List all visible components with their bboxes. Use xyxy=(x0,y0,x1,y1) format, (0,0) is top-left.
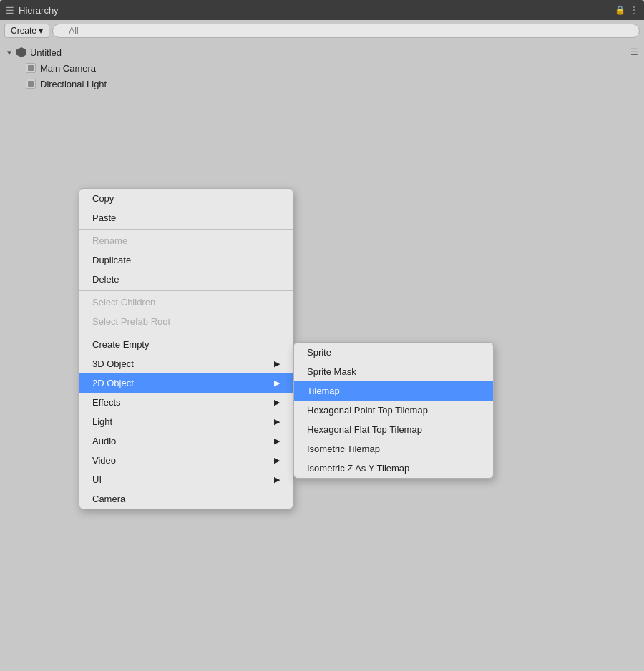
menu-item-create-empty[interactable]: Create Empty xyxy=(79,335,293,354)
submenu-arrow: ▶ xyxy=(274,475,280,484)
menu-item-rename: Rename xyxy=(79,231,293,250)
filter-icon[interactable]: ☰ xyxy=(630,47,638,57)
create-button[interactable]: Create ▾ xyxy=(4,24,49,38)
menu-separator-3 xyxy=(79,333,293,333)
submenu-arrow: ▶ xyxy=(274,378,280,388)
scene-row[interactable]: ▼ Untitled ☰ xyxy=(0,44,644,60)
object-name: Main Camera xyxy=(40,63,96,74)
panel-titlebar: ☰ Hierarchy 🔒 ⋮ xyxy=(0,0,644,20)
search-wrapper: 🔍 xyxy=(52,24,640,38)
panel-content: ▼ Untitled ☰ Main Camera Directional Lig… xyxy=(0,41,644,671)
menu-item-select-prefab-root: Select Prefab Root xyxy=(79,312,293,331)
submenu-item-isometric-z-as-y[interactable]: Isometric Z As Y Tilemap xyxy=(294,459,493,478)
lock-icon[interactable]: 🔒 xyxy=(615,5,625,15)
menu-item-ui[interactable]: UI ▶ xyxy=(79,470,293,489)
panel-right-icons: 🔒 ⋮ xyxy=(615,5,638,15)
search-input[interactable] xyxy=(52,24,640,38)
menu-item-select-children: Select Children xyxy=(79,293,293,312)
menu-separator-2 xyxy=(79,290,293,291)
menu-item-video[interactable]: Video ▶ xyxy=(79,451,293,470)
submenu-arrow: ▶ xyxy=(274,456,280,465)
submenu-item-tilemap[interactable]: Tilemap xyxy=(294,381,493,401)
menu-item-delete[interactable]: Delete xyxy=(79,270,293,289)
context-menu: Copy Paste Rename Duplicate Delete Se xyxy=(79,188,293,509)
submenu-arrow: ▶ xyxy=(274,436,280,446)
submenu-item-isometric[interactable]: Isometric Tilemap xyxy=(294,439,493,459)
panel-toolbar: Create ▾ 🔍 xyxy=(0,20,644,41)
object-icon xyxy=(26,63,36,73)
object-name: Directional Light xyxy=(40,79,107,89)
submenu-item-sprite[interactable]: Sprite xyxy=(294,343,493,362)
submenu-arrow: ▶ xyxy=(274,398,280,407)
menu-item-copy[interactable]: Copy xyxy=(79,189,293,208)
menu-item-audio[interactable]: Audio ▶ xyxy=(79,431,293,451)
submenu-item-hexagonal-point-top[interactable]: Hexagonal Point Top Tilemap xyxy=(294,401,493,420)
panel-menu-icon[interactable]: ⋮ xyxy=(630,5,638,15)
list-item[interactable]: Main Camera xyxy=(0,60,644,76)
submenu-2d-object: Sprite Sprite Mask Tilemap Hexagonal Poi… xyxy=(293,342,494,479)
scene-expand-arrow[interactable]: ▼ xyxy=(6,49,13,57)
menu-item-camera[interactable]: Camera xyxy=(79,489,293,509)
submenu-item-hexagonal-flat-top[interactable]: Hexagonal Flat Top Tilemap xyxy=(294,420,493,439)
hierarchy-panel: ☰ Hierarchy 🔒 ⋮ Create ▾ 🔍 ▼ Untitled ☰ xyxy=(0,0,644,671)
menu-separator-1 xyxy=(79,229,293,230)
menu-item-light[interactable]: Light ▶ xyxy=(79,412,293,431)
scene-name: Untitled xyxy=(30,47,62,58)
list-item[interactable]: Directional Light xyxy=(0,76,644,92)
object-icon xyxy=(26,79,36,89)
submenu-item-sprite-mask[interactable]: Sprite Mask xyxy=(294,362,493,381)
unity-icon xyxy=(16,46,27,58)
hierarchy-panel-icon: ☰ xyxy=(6,5,14,16)
menu-item-paste[interactable]: Paste xyxy=(79,208,293,227)
submenu-arrow: ▶ xyxy=(274,359,280,368)
menu-item-3d-object[interactable]: 3D Object ▶ xyxy=(79,354,293,373)
menu-item-effects[interactable]: Effects ▶ xyxy=(79,393,293,412)
menu-item-duplicate[interactable]: Duplicate xyxy=(79,250,293,270)
submenu-arrow: ▶ xyxy=(274,417,280,426)
menu-item-2d-object[interactable]: 2D Object ▶ xyxy=(79,373,293,393)
panel-title: Hierarchy xyxy=(19,5,59,16)
